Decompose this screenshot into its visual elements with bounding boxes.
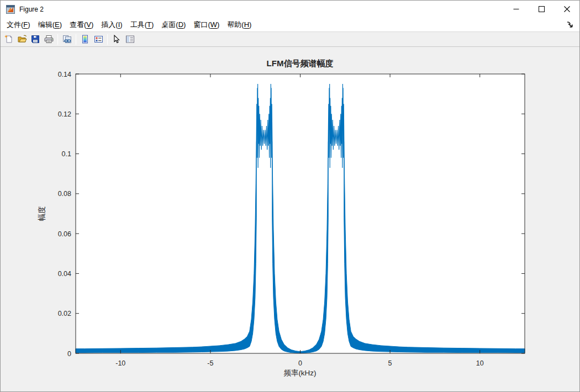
figure-toolbar — [1, 31, 579, 47]
insert-colorbar-button[interactable] — [78, 33, 92, 46]
axes: -10-5051000.020.040.060.080.10.120.14 LF… — [1, 47, 579, 391]
title-bar: Figure 2 — [1, 1, 579, 18]
menu-items: 文件(F)编辑(E)查看(V)插入(I)工具(T)桌面(D)窗口(W)帮助(H) — [3, 18, 255, 31]
insert-legend-button[interactable] — [92, 33, 105, 46]
y-tick-label: 0.08 — [58, 190, 71, 198]
y-tick-label: 0.06 — [58, 230, 71, 238]
y-tick-label: 0.1 — [62, 150, 71, 158]
menu-item-v[interactable]: 查看(V) — [66, 18, 97, 31]
dock-figure-button[interactable] — [565, 20, 574, 29]
menu-item-i[interactable]: 插入(I) — [97, 18, 126, 31]
toolbar-separator — [76, 34, 76, 45]
x-tick-label: -10 — [115, 359, 125, 367]
maximize-icon — [539, 6, 545, 12]
save-figure-button[interactable] — [29, 33, 42, 46]
close-icon — [564, 6, 570, 12]
dock-figure-icon — [567, 22, 573, 28]
x-tick-label: 5 — [388, 359, 392, 367]
close-button[interactable] — [554, 1, 579, 18]
toolbar-separator — [107, 34, 108, 45]
y-tick-label: 0.14 — [58, 71, 71, 78]
menu-item-w[interactable]: 窗口(W) — [189, 18, 223, 31]
toolbar-separator — [57, 34, 58, 45]
open-file-icon — [18, 35, 27, 44]
link-plot-button[interactable] — [60, 33, 73, 46]
insert-legend-icon — [94, 35, 103, 44]
property-inspector-icon — [125, 35, 135, 44]
y-axis-label: 幅度 — [38, 206, 46, 221]
menu-bar: 文件(F)编辑(E)查看(V)插入(I)工具(T)桌面(D)窗口(W)帮助(H) — [1, 18, 579, 31]
matlab-app-icon — [6, 5, 15, 14]
plot-area — [76, 74, 525, 353]
print-figure-button[interactable] — [42, 33, 55, 46]
menu-item-e[interactable]: 编辑(E) — [34, 18, 66, 31]
menu-item-h[interactable]: 帮助(H) — [223, 18, 255, 31]
maximize-button[interactable] — [529, 1, 554, 18]
menu-item-f[interactable]: 文件(F) — [3, 18, 34, 31]
x-axis-label: 频率(kHz) — [283, 369, 316, 377]
print-figure-icon — [44, 35, 54, 44]
window-title: Figure 2 — [19, 6, 44, 13]
y-tick-label: 0 — [67, 350, 71, 358]
link-plot-icon — [62, 35, 72, 44]
new-figure-button[interactable] — [2, 33, 15, 46]
open-file-button[interactable] — [15, 33, 29, 46]
figure-window: Figure 2 文件(F)编辑(E)查看(V)插入(I)工具(T)桌面 — [0, 0, 580, 392]
y-tick-label: 0.12 — [58, 110, 71, 118]
y-tick-label: 0.02 — [58, 310, 71, 317]
new-figure-icon — [4, 35, 13, 44]
figure-canvas: -10-5051000.020.040.060.080.10.120.14 LF… — [1, 47, 579, 391]
x-tick-label: -5 — [207, 359, 213, 367]
menu-item-d[interactable]: 桌面(D) — [157, 18, 189, 31]
menu-item-t[interactable]: 工具(T) — [126, 18, 158, 31]
minimize-icon — [513, 6, 519, 12]
x-tick-label: 10 — [476, 359, 484, 367]
y-tick-label: 0.04 — [58, 270, 71, 278]
x-tick-label: 0 — [298, 359, 302, 367]
minimize-button[interactable] — [503, 1, 529, 18]
property-inspector-button[interactable] — [123, 33, 136, 46]
edit-plot-button[interactable] — [110, 33, 123, 46]
plot-title: LFM信号频谱幅度 — [267, 59, 334, 68]
edit-plot-icon — [113, 35, 120, 44]
insert-colorbar-icon — [81, 35, 89, 44]
save-figure-icon — [31, 35, 40, 44]
